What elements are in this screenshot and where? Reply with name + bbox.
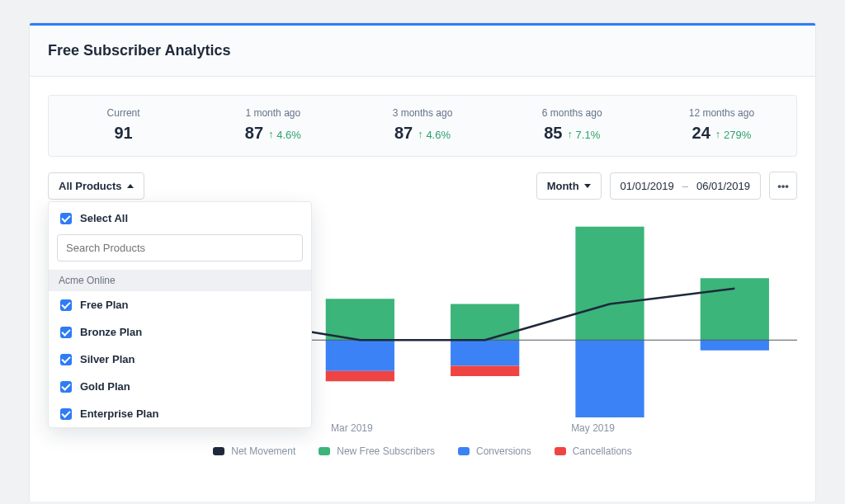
checkbox-icon[interactable] <box>60 354 72 365</box>
stat-12mo: 12 months ago 24 ↑ 279% <box>647 96 796 156</box>
stat-label: 3 months ago <box>354 107 490 119</box>
stat-label: Current <box>55 107 191 119</box>
date-range-separator: – <box>682 180 688 192</box>
stat-current: Current 91 <box>49 96 198 156</box>
legend-item-canc: Cancellations <box>555 445 632 457</box>
date-range-picker[interactable]: 01/01/2019 – 06/01/2019 <box>610 172 761 200</box>
products-dropdown-button[interactable]: All Products <box>48 172 144 200</box>
stat-1mo: 1 month ago 87 ↑ 4.6% <box>198 96 347 156</box>
stat-label: 1 month ago <box>205 107 341 119</box>
dropdown-item-enterprise[interactable]: Enterprise Plan <box>49 400 311 427</box>
chart-legend: Net Movement New Free Subscribers Conver… <box>48 445 797 457</box>
dropdown-item-silver[interactable]: Silver Plan <box>49 346 311 373</box>
legend-label: Cancellations <box>573 445 632 457</box>
svg-rect-13 <box>575 340 644 417</box>
dropdown-item-label: Enterprise Plan <box>80 407 158 420</box>
stat-value: 87 <box>394 124 413 143</box>
checkbox-icon[interactable] <box>60 213 72 224</box>
stat-value: 87 <box>245 124 263 143</box>
card-header: Free Subscriber Analytics <box>30 26 815 77</box>
products-dropdown-label: All Products <box>59 180 122 192</box>
arrow-up-icon: ↑ <box>268 128 274 140</box>
date-start: 01/01/2019 <box>621 180 674 192</box>
stat-3mo: 3 months ago 87 ↑ 4.6% <box>347 96 497 156</box>
svg-rect-8 <box>326 371 394 382</box>
stat-6mo: 6 months ago 85 ↑ 7.1% <box>498 96 647 156</box>
select-all-label: Select All <box>80 212 128 224</box>
arrow-up-icon: ↑ <box>567 128 573 140</box>
dropdown-group-header: Acme Online <box>49 270 311 291</box>
search-products-input[interactable] <box>57 234 303 261</box>
legend-item-net: Net Movement <box>213 445 295 457</box>
stat-value: 85 <box>544 124 562 143</box>
legend-label: Net Movement <box>231 445 295 457</box>
legend-swatch <box>319 447 330 455</box>
svg-rect-6 <box>326 299 394 340</box>
legend-label: Conversions <box>476 445 531 457</box>
checkbox-icon[interactable] <box>60 327 72 338</box>
arrow-up-icon: ↑ <box>715 128 721 140</box>
svg-rect-15 <box>701 340 769 351</box>
products-dropdown-panel: Select All Acme Online Free Plan Bro <box>48 201 312 428</box>
date-end: 06/01/2019 <box>696 180 750 192</box>
legend-swatch <box>213 447 224 455</box>
legend-swatch <box>458 447 470 455</box>
dropdown-item-free[interactable]: Free Plan <box>49 291 311 318</box>
arrow-up-icon: ↑ <box>418 128 423 140</box>
legend-swatch <box>555 447 566 455</box>
dropdown-item-label: Free Plan <box>80 299 129 311</box>
svg-rect-11 <box>451 366 519 377</box>
dropdown-item-label: Silver Plan <box>80 353 135 365</box>
legend-item-new: New Free Subscribers <box>319 445 435 457</box>
dropdown-item-gold[interactable]: Gold Plan <box>49 373 311 400</box>
chevron-down-icon <box>584 184 591 188</box>
analytics-card: Free Subscriber Analytics Current 91 1 m… <box>30 23 815 502</box>
x-axis-label: Mar 2019 <box>331 422 373 434</box>
checkbox-icon[interactable] <box>60 408 72 420</box>
svg-rect-14 <box>701 278 769 340</box>
stat-value: 91 <box>114 124 132 143</box>
chevron-up-icon <box>127 184 134 188</box>
period-dropdown-label: Month <box>547 180 579 192</box>
select-all-row[interactable]: Select All <box>49 202 311 234</box>
stat-delta: ↑ 4.6% <box>418 129 451 141</box>
x-axis-label: May 2019 <box>571 422 615 434</box>
dropdown-item-bronze[interactable]: Bronze Plan <box>49 318 311 346</box>
stats-row: Current 91 1 month ago 87 ↑ 4.6% 3 month… <box>48 95 797 157</box>
period-dropdown-button[interactable]: Month <box>536 172 602 200</box>
svg-rect-12 <box>575 227 644 341</box>
svg-rect-10 <box>451 340 519 365</box>
stat-label: 12 months ago <box>654 107 790 119</box>
svg-rect-9 <box>451 304 519 341</box>
ellipsis-icon: ••• <box>777 180 789 192</box>
stat-value: 24 <box>692 124 710 143</box>
svg-rect-7 <box>326 340 394 371</box>
dropdown-item-label: Bronze Plan <box>80 326 142 338</box>
dropdown-item-label: Gold Plan <box>80 380 130 393</box>
stat-delta: ↑ 7.1% <box>567 129 600 141</box>
dropdown-list[interactable]: Free Plan Bronze Plan Silver Plan G <box>49 291 311 427</box>
more-options-button[interactable]: ••• <box>769 172 797 200</box>
legend-label: New Free Subscribers <box>337 445 435 457</box>
checkbox-icon[interactable] <box>60 299 72 311</box>
stat-delta: ↑ 4.6% <box>268 129 301 141</box>
page-title: Free Subscriber Analytics <box>48 42 797 59</box>
legend-item-conv: Conversions <box>458 445 531 457</box>
checkbox-icon[interactable] <box>60 381 72 393</box>
stat-delta: ↑ 279% <box>715 129 751 141</box>
stat-label: 6 months ago <box>504 107 640 119</box>
